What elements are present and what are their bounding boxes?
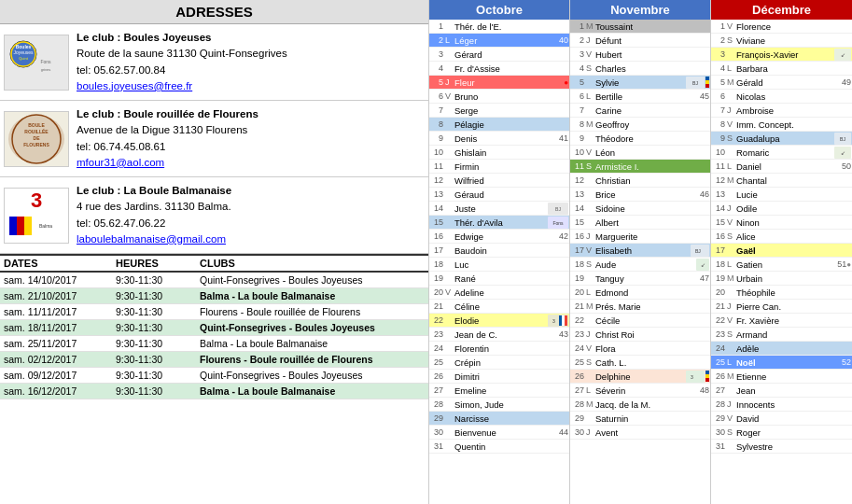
calendar-grid: Octobre 1Thér. de l'E. 2LLéger40 3Gérard…	[429, 0, 852, 504]
svg-text:↙: ↙	[841, 52, 845, 58]
dec-day-8: 8VImm. Concept.	[711, 118, 852, 132]
club-8: Balma - La boule Balmanaise	[200, 385, 425, 397]
dec-day-9: 9SGuadalupa BJ	[711, 132, 852, 146]
club-email-2[interactable]: mfour31@aol.com	[77, 157, 164, 168]
dec-day-23: 23SArmand	[711, 328, 852, 342]
club-1: Quint-Fonsegrives - Boules Joyeuses	[200, 274, 425, 286]
svg-text:ROUILLÉE: ROUILLÉE	[24, 128, 49, 134]
club-4: Quint-Fonsegrives - Boules Joyeuses	[200, 322, 425, 333]
nov-day-8: 8MGeoffroy	[570, 118, 710, 132]
oct-day-21: 21Céline	[429, 300, 569, 314]
oct-day-16: 16Edwige42	[429, 230, 569, 244]
nov-day-17: 17VElisabeth BJ	[570, 244, 710, 258]
club-3: Flourens - Boule rouillée de Flourens	[200, 306, 425, 317]
date-4: sam. 18/11/2017	[4, 322, 116, 333]
dec-day-2: 2SViviane	[711, 34, 852, 48]
heures-col-header: HEURES	[116, 258, 200, 269]
club-info-2: Le club : Boule rouillée de Flourens Ave…	[77, 106, 425, 171]
nov-day-1: 1MToussaint	[570, 20, 710, 34]
club-address-3: 4 rue des Jardins. 31130 Balma.	[77, 199, 425, 215]
nov-day-24: 24VFlora	[570, 342, 710, 356]
oct-day-3: 3Gérard	[429, 48, 569, 62]
svg-rect-19	[24, 217, 32, 235]
dates-col-header: DATES	[4, 258, 116, 269]
nov-day-4: 4SCharles	[570, 62, 710, 76]
svg-text:3: 3	[31, 189, 42, 212]
date-2: sam. 21/10/2017	[4, 290, 116, 301]
dec-day-6: 6Nicolas	[711, 90, 852, 104]
oct-day-5: 5JFleur●	[429, 76, 569, 90]
dec-day-16: 16SAlice	[711, 230, 852, 244]
oct-day-29: 29Narcisse	[429, 412, 569, 426]
oct-day-28: 28Simon, Jude	[429, 398, 569, 412]
nov-day-14: 14Sidoine	[570, 202, 710, 216]
dec-day-25: 25LNoël52	[711, 356, 852, 370]
nov-day-15: 15Albert	[570, 216, 710, 230]
club-address-2: Avenue de la Digue 31130 Flourens	[77, 122, 425, 138]
dec-day-17: 17Gaël	[711, 244, 852, 258]
club-name-2: Le club : Boule rouillée de Flourens	[77, 106, 425, 122]
adresses-title: ADRESSES	[0, 0, 428, 24]
dec-day-21: 21JPierre Can.	[711, 300, 852, 314]
dec-day-10: 10Romaric ↙	[711, 146, 852, 160]
dec-day-31: 31Sylvestre	[711, 440, 852, 454]
nov-day-22: 22Cécile	[570, 314, 710, 328]
club-logo-1: Boules Joyeuses Quint Fons grives	[4, 35, 69, 91]
dec-day-28: 28JInnocents	[711, 398, 852, 412]
svg-text:grives: grives	[41, 67, 51, 72]
nov-day-5: 5Sylvie BJ	[570, 76, 710, 90]
oct-day-22: 22Elodie 3	[429, 314, 569, 328]
nov-day-10: 10VLéon	[570, 146, 710, 160]
dec-day-15: 15VNinon	[711, 216, 852, 230]
oct-day-4: 4Fr. d'Assise	[429, 62, 569, 76]
club-info-1: Le club : Boules Joyeuses Route de la sa…	[77, 30, 425, 94]
heures-7: 9:30-11:30	[116, 370, 200, 381]
dates-row-2: sam. 21/10/2017 9:30-11:30 Balma - La bo…	[0, 288, 428, 304]
oct-day-10: 10Ghislain	[429, 146, 569, 160]
decembre-header: Décembre	[711, 0, 852, 20]
club-email-3[interactable]: laboulebalmanaise@gmail.com	[77, 233, 226, 245]
date-6: sam. 02/12/2017	[4, 354, 116, 365]
oct-day-14: 14Juste BJ	[429, 202, 569, 216]
club-entry-2: BOULE ROUILLÉE DE FLOURENS Le club : Bou…	[0, 101, 428, 177]
dates-row-1: sam. 14/10/2017 9:30-11:30 Quint-Fonsegr…	[0, 273, 428, 288]
octobre-column: Octobre 1Thér. de l'E. 2LLéger40 3Gérard…	[429, 0, 570, 504]
oct-day-24: 24Florentin	[429, 342, 569, 356]
dec-day-13: 13Lucie	[711, 188, 852, 202]
club-logo-3: 3 Balma	[4, 188, 69, 244]
dec-day-1: 1VFlorence	[711, 20, 852, 34]
club-tel-2: tel: 06.74.45.08.61	[77, 139, 425, 155]
heures-4: 9:30-11:30	[116, 322, 200, 333]
svg-text:Fons: Fons	[40, 59, 51, 64]
date-3: sam. 11/11/2017	[4, 306, 116, 317]
nov-day-2: 2JDéfunt	[570, 34, 710, 48]
date-5: sam. 25/11/2017	[4, 338, 116, 349]
oct-day-20: 20VAdeline	[429, 286, 569, 300]
club-logo-2: BOULE ROUILLÉE DE FLOURENS	[4, 111, 69, 167]
clubs-col-header: CLUBS	[200, 258, 425, 269]
club-name-3: Le club : La Boule Balmanaise	[77, 183, 425, 199]
heures-1: 9:30-11:30	[116, 274, 200, 286]
oct-day-25: 25Crépin	[429, 356, 569, 370]
dates-table-header: DATES HEURES CLUBS	[0, 256, 428, 273]
nov-day-23: 23JChrist Roi	[570, 328, 710, 342]
nov-day-9: 9Théodore	[570, 132, 710, 146]
oct-day-26: 26Dimitri	[429, 370, 569, 384]
svg-text:Fons: Fons	[552, 220, 564, 226]
club-entry-1: Boules Joyeuses Quint Fons grives Le clu…	[0, 24, 428, 101]
nov-day-19: 19Tanguy47	[570, 272, 710, 286]
oct-day-23: 23Jean de C.43	[429, 328, 569, 342]
nov-day-30: 30JAvent	[570, 426, 710, 440]
nov-day-20: 20LEdmond	[570, 286, 710, 300]
svg-rect-18	[17, 217, 24, 235]
nov-day-27: 27LSéverin48	[570, 384, 710, 398]
svg-rect-36	[686, 371, 705, 383]
club-name-1: Le club : Boules Joyeuses	[77, 30, 425, 46]
club-email-1[interactable]: boules.joyeuses@free.fr	[77, 80, 192, 91]
dec-day-5: 5MGérald49	[711, 76, 852, 90]
club-2: Balma - La boule Balmanaise	[200, 290, 425, 301]
date-8: sam. 16/12/2017	[4, 385, 116, 397]
nov-day-7: 7Carine	[570, 104, 710, 118]
oct-day-15: 15Thér. d'Avila Fons	[429, 216, 569, 230]
dates-section: DATES HEURES CLUBS sam. 14/10/2017 9:30-…	[0, 256, 428, 504]
